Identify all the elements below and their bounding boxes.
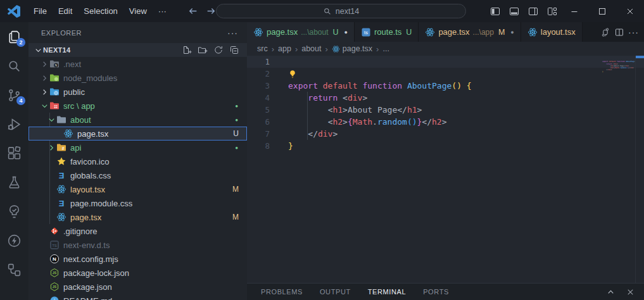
nav-forward-icon[interactable]	[206, 6, 217, 16]
tree-item-next-env-d-ts[interactable]: TSnext-env.d.ts	[28, 238, 247, 252]
activity-source-control[interactable]: 4	[0, 80, 28, 109]
folder-plain-icon	[56, 115, 66, 125]
lightbulb-icon[interactable]	[288, 70, 297, 78]
split-editor-icon[interactable]	[614, 27, 624, 37]
tree-item-api[interactable]: #api●	[28, 141, 247, 154]
command-center-search[interactable]: next14	[216, 4, 466, 18]
minimize-button[interactable]	[560, 0, 588, 22]
menu-selection[interactable]: Selection	[78, 0, 123, 22]
activity-extensions[interactable]	[0, 139, 28, 168]
panel-actions	[606, 287, 635, 297]
chevron-down-icon	[34, 46, 43, 55]
close-button[interactable]	[616, 0, 644, 22]
tree-item-node-modules[interactable]: node_modules	[28, 71, 247, 85]
panel-tab-output[interactable]: OUTPUT	[320, 288, 351, 296]
breadcrumb-item[interactable]: ...	[382, 44, 389, 53]
tab-page-tsx[interactable]: page.tsx...\appM●	[419, 22, 521, 42]
breadcrumb-src[interactable]: src	[257, 44, 268, 53]
project-section-header[interactable]: NEXT14	[28, 43, 247, 57]
activity-explorer[interactable]: 2	[0, 22, 28, 51]
activity-search[interactable]	[0, 51, 28, 80]
more-actions-icon[interactable]: ···	[628, 27, 639, 37]
react-icon	[425, 27, 435, 37]
react-icon	[63, 128, 73, 139]
tree-item-page-module-css[interactable]: Ǝpage.module.css	[28, 196, 247, 210]
star-icon	[56, 156, 66, 166]
dirty-indicator[interactable]: ●	[510, 29, 514, 35]
ts-icon: ts	[361, 27, 371, 37]
chevron-up-icon[interactable]	[606, 287, 616, 297]
menu-file[interactable]: File	[28, 0, 53, 22]
panel-tab-ports[interactable]: PORTS	[423, 288, 449, 296]
file-name: favicon.ico	[70, 157, 109, 166]
menu-view[interactable]: View	[123, 0, 153, 22]
tree-item-public[interactable]: public	[28, 85, 247, 99]
explorer-more-icon[interactable]: ···	[227, 28, 238, 38]
git-change-dot: ●	[235, 103, 247, 109]
activity-thunder-client[interactable]	[0, 226, 28, 255]
svg-text:JS: JS	[53, 271, 57, 275]
activity-testing[interactable]	[0, 168, 28, 197]
close-panel-icon[interactable]	[626, 287, 635, 297]
tree-item-gitignore[interactable]: .gitignore	[28, 224, 247, 238]
chevron-right-icon	[40, 59, 49, 69]
section-actions	[182, 45, 239, 55]
menu-edit[interactable]: Edit	[53, 0, 78, 22]
tree-item-globals-css[interactable]: Ǝglobals.css	[28, 168, 247, 182]
file-name: .gitignore	[63, 227, 97, 236]
new-folder-icon[interactable]	[198, 45, 208, 55]
breadcrumb-page-tsx[interactable]: page.tsx	[332, 44, 372, 53]
activity-todo-tree[interactable]	[0, 197, 28, 226]
collapse-all-icon[interactable]	[229, 45, 239, 55]
tree-item-favicon-ico[interactable]: favicon.ico	[28, 154, 247, 168]
history-navigation	[187, 6, 217, 16]
run-debug-icon	[6, 116, 22, 132]
git-change-dot: ●	[235, 145, 247, 151]
layout-customize-icon[interactable]	[544, 3, 560, 20]
panel-tab-terminal[interactable]: TERMINAL	[368, 288, 406, 296]
tab-page-tsx[interactable]: page.tsx...\aboutU●	[247, 22, 355, 42]
chevron-right-icon	[47, 143, 56, 153]
dirty-indicator[interactable]: ●	[344, 29, 348, 35]
maximize-button[interactable]	[588, 0, 616, 22]
tree-item-next-config-mjs[interactable]: Nnext.config.mjs	[28, 252, 247, 266]
git-change-dot: ●	[235, 117, 247, 123]
workbench: 24 EXPLORER ··· NEXT14 N.nextnode_module…	[0, 22, 644, 300]
refresh-icon[interactable]	[213, 45, 224, 55]
tree-item-package-json[interactable]: JSpackage.json	[28, 280, 247, 294]
nav-back-icon[interactable]	[187, 6, 198, 16]
panel-tab-problems[interactable]: PROBLEMS	[261, 288, 303, 296]
minimap[interactable]: export default function AboutPage() { re…	[602, 56, 635, 283]
activity-run-debug[interactable]	[0, 109, 28, 139]
tree-item-package-lock-json[interactable]: JSpackage-lock.json	[28, 266, 247, 280]
tree-item-page-tsx[interactable]: page.tsxU	[28, 127, 247, 141]
layout-panel-icon[interactable]	[506, 3, 522, 20]
layout-sidebar-left-icon[interactable]	[487, 3, 503, 20]
line-number: 6	[247, 116, 270, 128]
file-tree: N.nextnode_modulespublicsrc \ app●about●…	[28, 57, 247, 300]
breadcrumb-about[interactable]: about	[301, 44, 321, 53]
tree-item-src-app[interactable]: src \ app●	[28, 99, 247, 113]
file-name: next-env.d.ts	[63, 241, 110, 250]
bottom-panel: PROBLEMSOUTPUTTERMINALPORTS	[247, 283, 644, 300]
tree-item-next[interactable]: N.next	[28, 57, 247, 71]
editor-scrollbar[interactable]	[635, 56, 644, 283]
open-changes-icon[interactable]	[600, 27, 610, 37]
npm-icon: JS	[49, 268, 60, 278]
layout-sidebar-right-icon[interactable]	[525, 3, 541, 20]
editor-group: page.tsx...\aboutU●tsroute.tsUpage.tsx..…	[247, 22, 644, 300]
menu-item[interactable]: ···	[153, 0, 172, 22]
breadcrumb-app[interactable]: app	[278, 44, 291, 53]
activity-project-manager[interactable]	[0, 255, 28, 284]
tree-item-layout-tsx[interactable]: layout.tsxM	[28, 182, 247, 196]
tab-route-ts[interactable]: tsroute.tsU	[355, 22, 419, 42]
breadcrumb: src›app›about›page.tsx›...	[247, 42, 644, 56]
ts-dim-icon: TS	[49, 240, 60, 250]
file-name: package-lock.json	[63, 268, 129, 278]
tree-item-readme-md[interactable]: iREADME.md	[28, 294, 247, 300]
new-file-icon[interactable]	[182, 45, 192, 55]
code-editor[interactable]: 123export default function AboutPage() {…	[247, 56, 644, 283]
tab-layout-tsx[interactable]: layout.tsx	[521, 22, 583, 42]
tree-item-about[interactable]: about●	[28, 113, 247, 127]
tree-item-page-tsx[interactable]: page.tsxM	[28, 210, 247, 224]
